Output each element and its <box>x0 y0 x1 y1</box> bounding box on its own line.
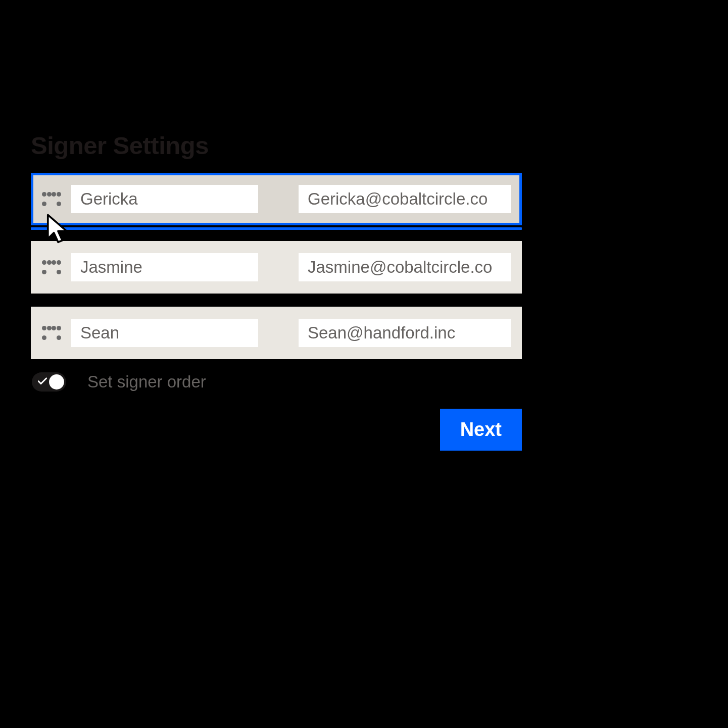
page-title: Signer Settings <box>31 131 522 160</box>
signer-order-toggle-row: Set signer order <box>32 372 522 392</box>
signer-row[interactable] <box>31 307 522 359</box>
signer-row[interactable] <box>31 173 522 225</box>
signer-row[interactable] <box>31 241 522 294</box>
signer-email-input[interactable] <box>299 253 511 281</box>
signer-name-input[interactable] <box>71 253 258 281</box>
next-button[interactable]: Next <box>440 409 522 451</box>
drag-handle-icon[interactable] <box>42 260 61 274</box>
signer-email-input[interactable] <box>299 185 511 213</box>
signer-name-input[interactable] <box>71 319 258 347</box>
drag-handle-icon[interactable] <box>42 192 61 206</box>
signer-name-input[interactable] <box>71 185 258 213</box>
signer-email-input[interactable] <box>299 319 511 347</box>
drop-indicator <box>31 227 522 230</box>
signer-order-toggle[interactable] <box>32 372 66 392</box>
signer-settings-panel: Signer Settings <box>31 131 522 451</box>
drag-handle-icon[interactable] <box>42 326 61 340</box>
toggle-knob <box>49 374 64 390</box>
check-icon <box>38 377 47 387</box>
signer-order-toggle-label: Set signer order <box>87 372 206 392</box>
footer: Next <box>31 409 522 451</box>
